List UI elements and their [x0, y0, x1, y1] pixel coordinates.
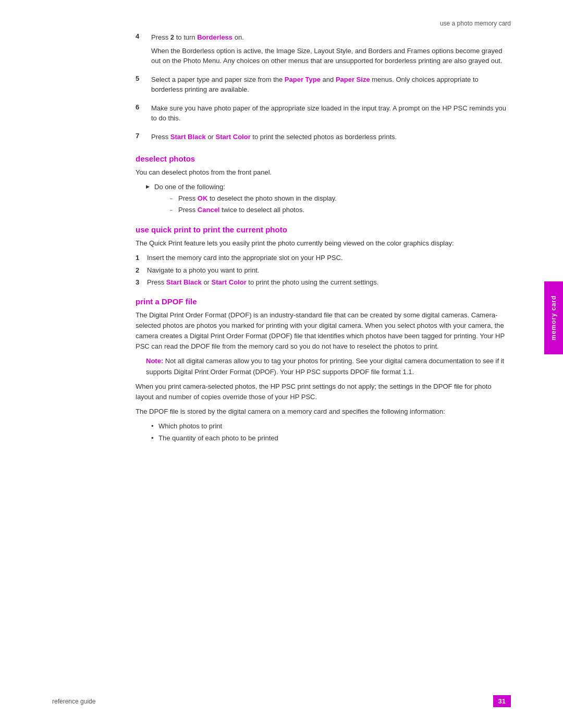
- deselect-dash-1: Press OK to deselect the photo shown in …: [170, 193, 511, 204]
- dpof-dot-1: Which photos to print: [151, 421, 511, 432]
- qp-start-black: Start Black: [166, 278, 202, 286]
- step-6: 6 Make sure you have photo paper of the …: [136, 103, 511, 127]
- step4-bold: 2: [170, 33, 174, 41]
- dpof-body2: When you print camera-selected photos, t…: [136, 381, 511, 402]
- step6-para: Make sure you have photo paper of the ap…: [151, 103, 511, 124]
- qp-num-3: 3: [136, 277, 147, 288]
- step-number-4: 4: [136, 32, 151, 40]
- page-header: use a photo memory card: [0, 0, 563, 32]
- side-tab-label: memory card: [550, 295, 557, 340]
- qp-start-color: Start Color: [212, 278, 247, 286]
- step-5: 5 Select a paper type and paper size fro…: [136, 75, 511, 98]
- deselect-dash-list: Press OK to deselect the photo shown in …: [170, 193, 511, 216]
- footer-page-number: 31: [493, 695, 511, 707]
- section-heading-quick-print: use quick print to print the current pho…: [136, 225, 511, 234]
- step-content-5: Select a paper type and paper size from …: [151, 75, 511, 98]
- step5-para: Select a paper type and paper size from …: [151, 75, 511, 95]
- section-heading-dpof: print a DPOF file: [136, 297, 511, 306]
- step-number-6: 6: [136, 103, 151, 111]
- quick-print-body: The Quick Print feature lets you easily …: [136, 238, 511, 249]
- dpof-dot-list: Which photos to print The quantity of ea…: [151, 421, 511, 444]
- step5-paper-size: Paper Size: [336, 76, 370, 83]
- note-text: Not all digital cameras allow you to tag…: [146, 357, 504, 375]
- step4-line1: Press 2 to turn Borderless on.: [151, 32, 511, 43]
- step-content-4: Press 2 to turn Borderless on. When the …: [151, 32, 511, 69]
- dpof-dot-1-text: Which photos to print: [158, 422, 222, 430]
- qp-step2-text: Navigate to a photo you want to print.: [147, 265, 259, 276]
- step7-start-black: Start Black: [170, 133, 206, 141]
- step4-para: When the Borderless option is active, th…: [151, 46, 511, 66]
- qp-num-1: 1: [136, 253, 147, 263]
- step7-start-color: Start Color: [216, 133, 251, 141]
- step4-borderless: Borderless: [197, 33, 232, 41]
- deselect-bullet-label: Do one of the following:: [154, 183, 225, 191]
- step-number-7: 7: [136, 132, 151, 140]
- deselect-body: You can deselect photos from the front p…: [136, 167, 511, 178]
- step-content-7: Press Start Black or Start Color to prin…: [151, 132, 511, 145]
- step-content-6: Make sure you have photo paper of the ap…: [151, 103, 511, 127]
- quick-print-steps: 1 Insert the memory card into the approp…: [136, 253, 511, 288]
- qp-step1-text: Insert the memory card into the appropri…: [147, 253, 343, 263]
- dpof-dot-2: The quantity of each photo to be printed: [151, 433, 511, 444]
- footer-left: reference guide: [52, 698, 95, 705]
- dpof-body3: The DPOF file is stored by the digital c…: [136, 406, 511, 417]
- step-7: 7 Press Start Black or Start Color to pr…: [136, 132, 511, 145]
- qp-step-3: 3 Press Start Black or Start Color to pr…: [136, 277, 511, 288]
- dpof-body1: The Digital Print Order Format (DPOF) is…: [136, 310, 511, 352]
- qp-step3-text: Press Start Black or Start Color to prin…: [147, 277, 378, 288]
- page-wrapper: use a photo memory card 4 Press 2 to tur…: [0, 0, 563, 728]
- step7-para: Press Start Black or Start Color to prin…: [151, 132, 511, 142]
- header-label: use a photo memory card: [440, 20, 511, 27]
- step-number-5: 5: [136, 75, 151, 82]
- qp-num-2: 2: [136, 265, 147, 276]
- dpof-dot-2-text: The quantity of each photo to be printed: [158, 434, 278, 442]
- qp-step-2: 2 Navigate to a photo you want to print.: [136, 265, 511, 276]
- side-tab: memory card: [544, 281, 563, 354]
- cancel-link: Cancel: [198, 206, 220, 214]
- dpof-note: Note: Not all digital cameras allow you …: [146, 356, 511, 377]
- content-area: 4 Press 2 to turn Borderless on. When th…: [0, 32, 563, 444]
- ok-link: OK: [198, 194, 208, 202]
- note-label: Note:: [146, 357, 163, 365]
- step5-paper-type: Paper Type: [285, 76, 321, 83]
- section-heading-deselect: deselect photos: [136, 154, 511, 163]
- deselect-bullet-list: Do one of the following: Press OK to des…: [146, 182, 511, 216]
- page-footer: reference guide 31: [0, 695, 563, 707]
- deselect-bullet-item: Do one of the following: Press OK to des…: [146, 182, 511, 216]
- deselect-dash-2: Press Cancel twice to deselect all photo…: [170, 205, 511, 216]
- qp-step-1: 1 Insert the memory card into the approp…: [136, 253, 511, 263]
- step-4: 4 Press 2 to turn Borderless on. When th…: [136, 32, 511, 69]
